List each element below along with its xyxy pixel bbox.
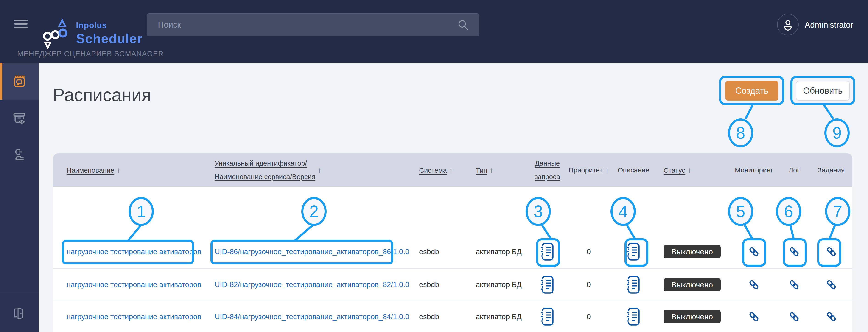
calendar-icon [12, 74, 26, 88]
logo-text: Inpolus Scheduler [76, 21, 142, 46]
schedule-name-link[interactable]: нагрузочное тестирование активаторов [67, 247, 201, 256]
avatar[interactable] [777, 14, 799, 35]
top-bar: Inpolus Scheduler Administrator МЕНЕДЖЕР… [0, 0, 868, 63]
col-header-tasks: Задания [810, 166, 852, 174]
refresh-button[interactable]: Обновить [796, 81, 850, 100]
type-cell: активатор БД [470, 312, 528, 321]
system-cell: esbdb [417, 280, 470, 289]
priority-cell: 0 [567, 312, 611, 321]
sidebar [0, 63, 38, 332]
description-button[interactable] [626, 242, 641, 261]
request-data-button[interactable] [540, 242, 555, 261]
col-header-uid[interactable]: Уникальный идентификатор/Наименование се… [215, 157, 417, 183]
col-header-type[interactable]: Тип↑ [470, 165, 528, 175]
app-logo: Inpolus Scheduler [42, 16, 142, 51]
col-header-priority[interactable]: Приоритет↑ [567, 165, 611, 175]
priority-cell: 0 [567, 247, 611, 256]
schedule-uid-link[interactable]: UID-86/нагрузочное_тестирование_активато… [215, 247, 409, 256]
search-bar[interactable] [147, 13, 479, 36]
link-icon [788, 246, 800, 257]
priority-cell: 0 [567, 280, 611, 289]
sort-asc-icon[interactable]: ↑ [688, 165, 691, 175]
annotation-circle-9: 9 [825, 118, 850, 147]
schedule-name-link[interactable]: нагрузочное тестирование активаторов [67, 280, 201, 289]
link-icon [748, 246, 760, 257]
link-icon [826, 311, 837, 322]
monitoring-link[interactable] [748, 311, 760, 322]
col-header-monitoring: Мониторинг [730, 166, 778, 174]
tasks-link[interactable] [826, 246, 837, 257]
request-data-icon [540, 275, 555, 294]
link-icon [748, 279, 760, 290]
status-badge: Выключено [663, 310, 721, 323]
log-link[interactable] [788, 311, 800, 322]
page-title: Расписания [53, 85, 151, 105]
col-header-log: Лог [778, 166, 810, 174]
search-icon[interactable] [457, 19, 469, 31]
hamburger-menu-icon[interactable] [14, 20, 31, 31]
sort-asc-icon[interactable]: ↑ [605, 165, 609, 175]
link-icon [826, 279, 837, 290]
description-icon [626, 275, 641, 294]
sidebar-item-services[interactable] [0, 100, 38, 137]
request-data-icon [540, 242, 555, 261]
annotation-circle-8: 8 [728, 118, 753, 147]
schedule-uid-link[interactable]: UID-82/нагрузочное_тестирование_активато… [215, 280, 409, 289]
sort-asc-icon[interactable]: ↑ [449, 165, 453, 175]
table-row: нагрузочное тестирование активаторов UID… [53, 268, 852, 301]
description-button[interactable] [626, 307, 641, 326]
search-input[interactable] [147, 20, 457, 30]
monitoring-link[interactable] [748, 246, 760, 257]
user-list-icon [12, 148, 26, 161]
type-cell: активатор БД [470, 247, 528, 256]
link-icon [788, 311, 800, 322]
user-menu[interactable]: Administrator [777, 0, 853, 63]
monitoring-link[interactable] [748, 279, 760, 290]
sort-asc-icon[interactable]: ↑ [117, 165, 121, 175]
system-cell: esbdb [417, 312, 470, 321]
tasks-link[interactable] [826, 279, 837, 290]
username-label: Administrator [805, 20, 853, 30]
description-icon [626, 242, 641, 261]
request-data-button[interactable] [540, 307, 555, 326]
col-header-status[interactable]: Статус↑ [656, 165, 730, 175]
col-header-description: Описание [611, 166, 656, 174]
brand-name: Inpolus [76, 21, 142, 30]
module-subtitle: МЕНЕДЖЕР СЦЕНАРИЕВ SCMANAGER [17, 50, 164, 58]
link-icon [748, 311, 760, 322]
table-row: нагрузочное тестирование активаторов UID… [53, 301, 852, 332]
logo-mark-icon [42, 16, 70, 51]
exit-door-icon [12, 306, 26, 320]
log-link[interactable] [788, 246, 800, 257]
sidebar-item-logout[interactable] [0, 293, 38, 332]
create-button[interactable]: Создать [725, 81, 778, 100]
link-icon [788, 279, 800, 290]
schedules-table: Наименование↑ Уникальный идентификатор/Н… [53, 153, 852, 332]
sort-asc-icon[interactable]: ↑ [318, 165, 321, 175]
active-indicator [0, 63, 2, 100]
tasks-link[interactable] [826, 311, 837, 322]
system-cell: esbdb [417, 247, 470, 256]
link-icon [826, 246, 837, 257]
type-cell: активатор БД [470, 280, 528, 289]
schedule-name-link[interactable]: нагрузочное тестирование активаторов [67, 312, 201, 321]
col-header-request-data[interactable]: Данныезапроса [528, 157, 567, 183]
col-header-name[interactable]: Наименование↑ [53, 165, 215, 175]
scheduler-page: Inpolus Scheduler Administrator МЕНЕДЖЕР… [0, 0, 868, 332]
col-header-system[interactable]: Система↑ [417, 165, 470, 175]
status-badge: Выключено [663, 278, 721, 291]
sidebar-item-audit[interactable] [0, 137, 38, 173]
table-row: нагрузочное тестирование активаторов UID… [53, 187, 852, 268]
brand-product: Scheduler [76, 31, 142, 46]
request-data-icon [540, 307, 555, 326]
request-data-button[interactable] [540, 275, 555, 294]
archive-eye-icon [12, 111, 26, 125]
description-button[interactable] [626, 275, 641, 294]
sort-asc-icon[interactable]: ↑ [490, 165, 493, 175]
description-icon [626, 307, 641, 326]
status-badge: Выключено [663, 245, 721, 258]
user-icon [782, 19, 794, 31]
log-link[interactable] [788, 279, 800, 290]
schedule-uid-link[interactable]: UID-84/нагрузочное_тестирование_активато… [215, 312, 409, 321]
sidebar-item-schedules[interactable] [0, 63, 38, 100]
